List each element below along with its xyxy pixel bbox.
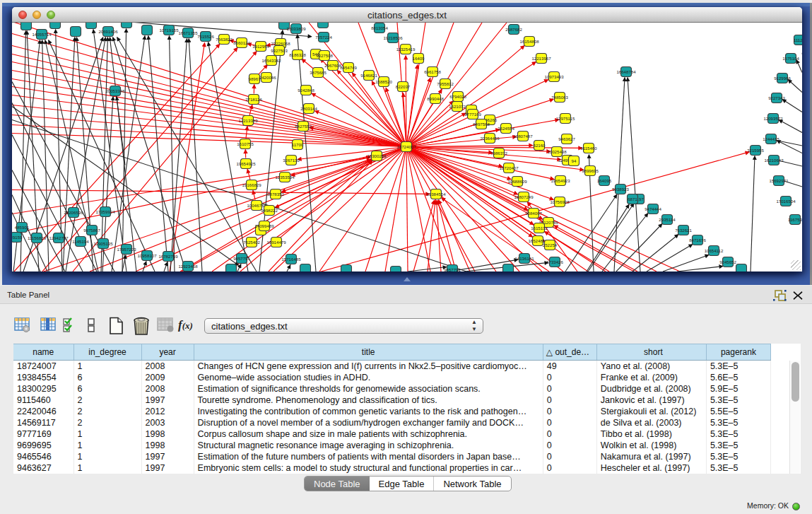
svg-text:12975115: 12975115 (556, 116, 575, 121)
svg-text:9115460: 9115460 (580, 146, 597, 151)
svg-text:20364456: 20364456 (480, 136, 500, 141)
svg-text:8471676: 8471676 (689, 238, 706, 243)
svg-text:3215955: 3215955 (747, 148, 764, 153)
svg-text:11124: 11124 (794, 37, 802, 42)
svg-text:10025438: 10025438 (547, 149, 567, 154)
svg-text:9084067: 9084067 (525, 211, 542, 216)
svg-text:9457791: 9457791 (233, 256, 250, 261)
svg-text:12213967: 12213967 (531, 56, 551, 61)
svg-text:2967608: 2967608 (324, 63, 341, 68)
svg-text:8990448: 8990448 (427, 96, 444, 101)
svg-text:12213389: 12213389 (238, 118, 258, 123)
svg-text:8454749: 8454749 (340, 65, 357, 70)
svg-text:19654925: 19654925 (236, 161, 256, 166)
svg-text:9975867: 9975867 (83, 228, 100, 233)
svg-text:1575104: 1575104 (782, 56, 799, 61)
svg-text:10654112: 10654112 (705, 248, 724, 253)
svg-text:9227343: 9227343 (768, 95, 785, 100)
svg-text:14136141: 14136141 (514, 256, 534, 261)
svg-text:15720407: 15720407 (499, 165, 519, 170)
svg-text:10958107: 10958107 (137, 253, 157, 258)
svg-text:12093572: 12093572 (763, 116, 783, 121)
svg-text:2718126: 2718126 (245, 97, 262, 102)
svg-text:17359924: 17359924 (95, 209, 115, 214)
svg-text:1621072: 1621072 (449, 104, 466, 109)
svg-text:10807487: 10807487 (513, 134, 533, 139)
svg-text:12942757: 12942757 (49, 235, 69, 240)
svg-text:18300295: 18300295 (367, 153, 387, 158)
svg-text:11156829: 11156829 (28, 235, 47, 240)
svg-text:19166829: 19166829 (242, 182, 261, 187)
svg-text:6794028: 6794028 (449, 94, 466, 99)
svg-text:12905135: 12905135 (93, 241, 113, 246)
svg-text:19654923: 19654923 (551, 178, 570, 183)
svg-text:18724007: 18724007 (396, 144, 416, 149)
svg-text:14099489: 14099489 (254, 223, 274, 228)
svg-text:8186328: 8186328 (289, 52, 306, 57)
svg-text:16648784: 16648784 (616, 69, 636, 74)
svg-text:9327508: 9327508 (316, 53, 333, 58)
svg-text:9146821: 9146821 (360, 73, 377, 78)
svg-text:1610755: 1610755 (237, 141, 254, 146)
svg-text:17016504: 17016504 (776, 199, 796, 204)
svg-text:9474444: 9474444 (645, 206, 661, 211)
svg-text:9498222: 9498222 (261, 208, 278, 213)
svg-text:3267130: 3267130 (283, 158, 300, 163)
svg-text:10973493: 10973493 (544, 74, 564, 79)
svg-text:12353594: 12353594 (275, 175, 295, 180)
svg-text:9857791: 9857791 (444, 267, 461, 272)
svg-text:16409: 16409 (413, 56, 425, 61)
svg-text:1733426: 1733426 (546, 259, 563, 264)
svg-text:2935114: 2935114 (659, 217, 676, 222)
svg-text:16210643: 16210643 (764, 158, 784, 163)
svg-text:18807249: 18807249 (514, 194, 534, 199)
svg-text:2987682: 2987682 (505, 27, 522, 32)
svg-text:11325419: 11325419 (396, 47, 416, 52)
svg-text:1145194: 1145194 (72, 239, 89, 244)
svg-text:1615132: 1615132 (531, 226, 548, 230)
svg-text:9463627: 9463627 (558, 136, 575, 141)
svg-text:15692971: 15692971 (769, 178, 789, 183)
svg-text:7632621: 7632621 (675, 228, 692, 233)
svg-text:9129966: 9129966 (774, 76, 791, 81)
svg-text:822037: 822037 (396, 84, 411, 89)
svg-text:7955812: 7955812 (437, 81, 454, 86)
svg-text:9242848: 9242848 (298, 88, 314, 93)
svg-text:485901: 485901 (15, 225, 30, 230)
svg-text:16033809: 16033809 (286, 26, 306, 31)
svg-text:2803144: 2803144 (300, 106, 317, 111)
svg-text:6871: 6871 (628, 197, 637, 201)
svg-text:9777169: 9777169 (464, 112, 481, 117)
svg-text:94: 94 (572, 158, 577, 163)
svg-text:252254: 252254 (543, 243, 558, 247)
svg-text:8813054: 8813054 (371, 25, 388, 30)
svg-text:16914479: 16914479 (266, 240, 286, 245)
svg-text:12923468: 12923468 (178, 264, 198, 269)
svg-text:7625402: 7625402 (243, 240, 260, 245)
svg-text:164095: 164095 (597, 178, 612, 183)
svg-text:6961758: 6961758 (424, 69, 441, 74)
svg-text:7515526: 7515526 (197, 34, 214, 39)
svg-text:14055714: 14055714 (32, 32, 52, 37)
svg-text:7663822: 7663822 (216, 37, 233, 42)
svg-text:16671355: 16671355 (178, 30, 198, 35)
svg-text:98967: 98967 (249, 76, 261, 81)
svg-text:6497568: 6497568 (473, 122, 490, 127)
svg-text:5938923: 5938923 (612, 187, 629, 192)
svg-text:9245652: 9245652 (719, 259, 736, 264)
svg-text:116753: 116753 (788, 217, 802, 222)
svg-text:7986372: 7986372 (490, 151, 507, 156)
svg-text:20691406: 20691406 (98, 29, 118, 34)
svg-text:15716485: 15716485 (281, 257, 301, 262)
svg-text:10046788: 10046788 (247, 203, 266, 208)
svg-text:8660124: 8660124 (233, 40, 250, 45)
svg-text:9899695: 9899695 (582, 168, 599, 173)
svg-text:1244415: 1244415 (763, 136, 779, 141)
svg-text:11700: 11700 (292, 142, 304, 147)
svg-text:16782759: 16782759 (158, 254, 178, 259)
svg-text:8427552: 8427552 (295, 124, 312, 129)
svg-text:7357224: 7357224 (315, 35, 332, 40)
svg-text:1588520: 1588520 (375, 79, 392, 84)
svg-text:7485063: 7485063 (551, 95, 568, 100)
svg-text:16543342: 16543342 (261, 58, 281, 63)
